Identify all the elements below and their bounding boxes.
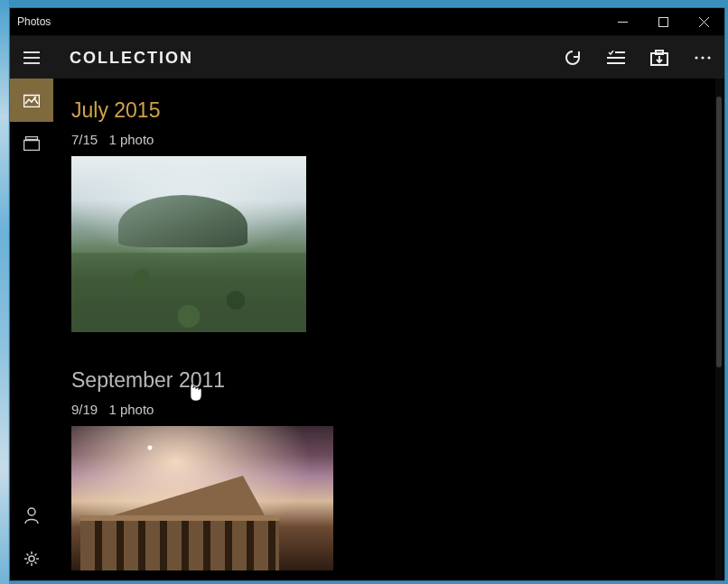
more-icon [695, 56, 711, 60]
day-row: 7/15 1 photo [71, 132, 695, 147]
day-row: 9/19 1 photo [71, 402, 695, 417]
photo-thumbnail[interactable] [71, 426, 333, 570]
photos-app-window: Photos COLLECTION [9, 7, 725, 581]
hamburger-icon [23, 51, 40, 64]
albums-icon [23, 136, 40, 151]
day-date: 9/19 [71, 402, 98, 417]
content-area: July 2015 7/15 1 photo September 2011 9/… [53, 79, 724, 580]
refresh-button[interactable] [551, 36, 594, 79]
svg-point-4 [701, 56, 704, 59]
svg-point-10 [28, 508, 35, 515]
maximize-icon [658, 17, 668, 27]
import-icon [650, 50, 668, 66]
svg-point-11 [29, 556, 34, 561]
gear-icon [23, 551, 40, 567]
nav-collection[interactable] [10, 79, 53, 122]
minimize-button[interactable] [602, 8, 643, 35]
svg-point-3 [695, 56, 697, 59]
scrollbar-thumb[interactable] [716, 97, 722, 367]
svg-rect-9 [24, 141, 40, 151]
svg-point-7 [34, 97, 37, 99]
collection-icon [23, 93, 40, 107]
page-title: COLLECTION [70, 49, 193, 68]
nav-settings[interactable] [10, 537, 53, 580]
desktop-background-strip [0, 0, 9, 584]
svg-rect-8 [26, 137, 38, 140]
sidebar [10, 79, 53, 580]
command-bar: COLLECTION [10, 36, 724, 79]
maximize-button[interactable] [643, 8, 684, 35]
refresh-icon [564, 49, 582, 67]
nav-sign-in[interactable] [10, 494, 53, 537]
person-icon [24, 507, 39, 524]
hamburger-button[interactable] [10, 36, 53, 79]
svg-point-5 [707, 56, 710, 59]
select-button[interactable] [594, 36, 638, 79]
day-count: 1 photo [108, 132, 154, 147]
photo-thumbnail[interactable] [71, 156, 306, 332]
import-button[interactable] [638, 36, 681, 79]
select-list-icon [607, 51, 625, 65]
close-icon [699, 17, 709, 27]
close-button[interactable] [684, 8, 724, 35]
day-count: 1 photo [108, 402, 154, 417]
titlebar: Photos [10, 8, 724, 36]
window-title: Photos [17, 15, 51, 28]
scrollbar[interactable] [715, 79, 723, 580]
month-heading[interactable]: September 2011 [71, 368, 695, 393]
month-heading[interactable]: July 2015 [71, 98, 695, 123]
day-date: 7/15 [71, 132, 98, 147]
more-button[interactable] [681, 36, 724, 79]
nav-albums[interactable] [10, 122, 53, 165]
minimize-icon [618, 17, 628, 27]
svg-rect-0 [659, 17, 668, 26]
